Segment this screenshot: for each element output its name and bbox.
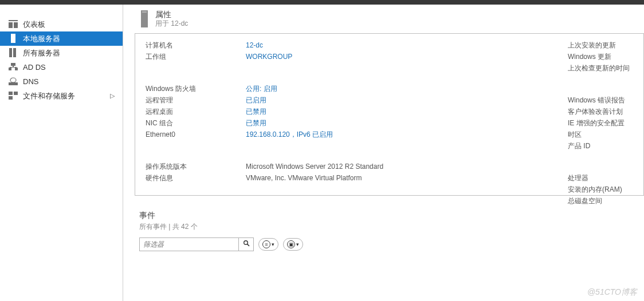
label-computer-name: 计算机名 [146,41,246,50]
properties-panel: 计算机名 12-dc 工作组 WORKGROUP Windows 防火墙 公用:… [135,33,644,196]
svg-line-19 [247,244,249,246]
sidebar-item-label: 文件和存储服务 [23,91,75,101]
svg-rect-10 [10,67,17,68]
svg-rect-8 [9,68,11,70]
value-workgroup[interactable]: WORKGROUP [246,53,292,61]
svg-rect-2 [14,22,18,28]
value-computer-name[interactable]: 12-dc [246,41,263,49]
events-toolbar: ≡ ▾ ▣ ▾ [139,237,644,251]
label-hardware: 硬件信息 [146,173,246,183]
label-ram: 安装的内存(RAM) [568,185,630,196]
label-nic-team: NIC 组合 [146,118,246,128]
all-servers-icon [8,48,18,58]
dns-icon [8,77,18,86]
row-remote-desktop: 远程桌面 已禁用 [146,107,633,118]
properties-right-column: 上次安装的更新 Windows 更新 上次检查更新的时间 Windows 错误报… [568,41,630,208]
chevron-down-icon: ▾ [296,241,299,247]
filter-box [139,237,254,251]
events-title: 事件 [139,211,644,221]
label-ceip: 客户体验改善计划 [568,107,630,118]
label-ie-esc: IE 增强的安全配置 [568,118,630,130]
filter-input[interactable] [140,238,238,251]
sidebar-item-dns[interactable]: DNS [0,74,123,89]
local-server-icon [8,34,18,44]
svg-rect-6 [11,63,15,66]
sidebar-item-local-server[interactable]: 本地服务器 [0,31,123,46]
svg-rect-14 [14,92,18,95]
label-remote-desktop: 远程桌面 [146,107,246,117]
search-icon [243,240,250,248]
svg-rect-4 [9,48,12,57]
value-remote-desktop[interactable]: 已禁用 [246,107,266,117]
label-error-report: Windows 错误报告 [568,96,630,107]
svg-rect-9 [15,68,18,70]
row-ethernet: Ethernet0 192.168.0.120，IPv6 已启用 [146,130,633,141]
svg-rect-13 [9,92,13,95]
svg-point-18 [244,241,248,245]
sidebar-item-label: AD DS [23,63,46,72]
ad-ds-icon [8,63,18,72]
label-processor: 处理器 [568,173,630,185]
properties-header: 属性 用于 12-dc [135,5,644,33]
svg-rect-5 [13,48,16,57]
row-remote-mgmt: 远程管理 已启用 [146,96,633,107]
events-section: 事件 所有事件 | 共 42 个 [135,211,644,232]
chevron-down-icon: ▾ [272,241,274,247]
file-storage-icon [8,92,18,101]
save-icon: ▣ [287,240,295,248]
sidebar-item-label: 所有服务器 [23,48,60,58]
value-remote-mgmt[interactable]: 已启用 [246,96,266,105]
sidebar-item-ad-ds[interactable]: AD DS [0,60,123,74]
label-product-id: 产品 ID [568,141,630,153]
row-nic-team: NIC 组合 已禁用 [146,118,633,130]
sidebar-item-label: 仪表板 [23,19,45,30]
sidebar-item-file-storage[interactable]: 文件和存储服务 ▷ [0,89,123,103]
events-subtitle: 所有事件 | 共 42 个 [139,222,644,232]
options-icon: ≡ [262,240,270,248]
search-button[interactable] [238,238,253,251]
label-remote-mgmt: 远程管理 [146,96,246,105]
sidebar: 仪表板 本地服务器 所有服务器 AD DS DNS [0,5,123,301]
label-os-version: 操作系统版本 [146,162,246,172]
row-hardware: 硬件信息 VMware, Inc. VMware Virtual Platfor… [146,173,633,185]
svg-point-12 [10,78,16,82]
label-firewall: Windows 防火墙 [146,84,246,94]
filter-options-button[interactable]: ≡ ▾ [258,238,278,251]
label-ethernet: Ethernet0 [146,130,246,138]
window-titlebar [0,0,644,5]
chevron-right-icon: ▷ [110,92,115,100]
label-disk: 总磁盘空间 [568,196,630,208]
svg-rect-1 [9,22,13,28]
label-last-update: 上次安装的更新 [568,41,630,52]
value-hardware: VMware, Inc. VMware Virtual Platform [246,174,362,182]
svg-rect-15 [9,96,13,100]
server-icon [139,10,150,27]
row-os-version: 操作系统版本 Microsoft Windows Server 2012 R2 … [146,162,633,173]
row-workgroup: 工作组 WORKGROUP [146,52,633,64]
label-workgroup: 工作组 [146,52,246,62]
sidebar-item-all-servers[interactable]: 所有服务器 [0,46,123,60]
label-last-check: 上次检查更新的时间 [568,64,630,75]
label-timezone: 时区 [568,130,630,141]
row-computer-name: 计算机名 12-dc [146,41,633,52]
save-filter-button[interactable]: ▣ ▾ [283,238,303,251]
sidebar-item-label: 本地服务器 [23,34,60,44]
svg-rect-17 [142,11,147,13]
label-windows-update: Windows 更新 [568,52,630,64]
watermark: @51CTO博客 [587,287,637,298]
value-nic-team[interactable]: 已禁用 [246,118,266,128]
value-firewall[interactable]: 公用: 启用 [246,84,277,94]
dashboard-icon [8,20,18,29]
svg-rect-3 [11,34,15,43]
value-ethernet[interactable]: 192.168.0.120，IPv6 已启用 [246,130,333,140]
properties-subtitle: 用于 12-dc [155,19,188,29]
row-firewall: Windows 防火墙 公用: 启用 [146,84,633,96]
svg-rect-11 [9,82,18,85]
svg-rect-0 [9,20,18,21]
main-content: 属性 用于 12-dc 计算机名 12-dc 工作组 WORKGROUP Win… [123,5,644,301]
properties-title: 属性 [155,9,188,19]
value-os-version: Microsoft Windows Server 2012 R2 Standar… [246,163,383,171]
sidebar-item-label: DNS [23,77,38,86]
svg-rect-16 [141,10,148,27]
sidebar-item-dashboard[interactable]: 仪表板 [0,17,123,31]
